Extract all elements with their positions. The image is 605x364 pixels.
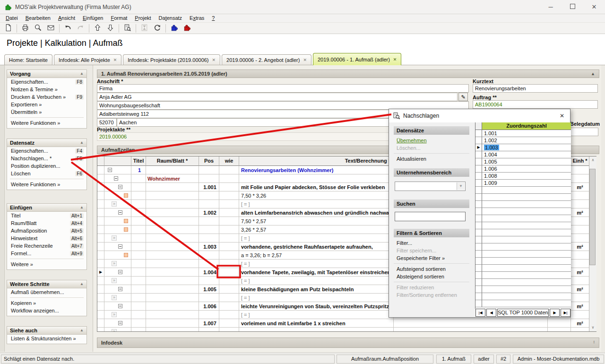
sidebar-item-freie-rechenzeile[interactable]: Freie RechenzeileAlt+7 [7, 242, 86, 250]
menu-bearbeiten[interactable]: Bearbeiten [22, 14, 54, 22]
scroll-up-icon[interactable]: ∧ [589, 156, 596, 164]
tree-collapse-icon[interactable] [118, 210, 122, 215]
unternehmensbereich-select[interactable]: ▼ [395, 182, 466, 191]
grid-row-line19[interactable]: » [97, 328, 596, 332]
sidebar-item-position-duplizieren[interactable]: Position duplizieren... [7, 162, 86, 170]
menu-ansicht[interactable]: Ansicht [54, 14, 79, 22]
sidebar-item-kopieren[interactable]: Kopieren » [7, 299, 86, 307]
toolbar-puzzle-blue-button[interactable] [168, 23, 180, 34]
sidebar-item-notizen-termine[interactable]: Notizen & Termine » [7, 86, 86, 93]
lookup-row-1-009[interactable]: 1.009 [475, 180, 571, 187]
toolbar-new-document-button[interactable] [2, 23, 14, 34]
sidebar-item-aufmass-uebernehmen[interactable]: Aufmaß übernehmen... [7, 288, 86, 296]
lookup-row-1-003[interactable]: ▶1.003 [475, 144, 571, 151]
minimize-button[interactable]: ─ [540, 0, 562, 14]
panel-header-vorgang[interactable]: Vorgang▲ [7, 70, 86, 78]
tab-close-icon[interactable]: ✕ [303, 58, 307, 62]
zuordnungszahl-column-header[interactable]: Zuordnungszahl [482, 122, 571, 130]
detail-header-bar[interactable]: 1. Aufmaß Renovierungsarbeiten 21.05.201… [97, 69, 599, 78]
menu-einfuegen[interactable]: Einfügen [79, 14, 107, 22]
lookup-row-1-006[interactable]: 1.006 [475, 165, 571, 173]
grid-column-header-titel[interactable]: Titel [131, 156, 146, 166]
grid-column-header-wie[interactable]: wie [219, 156, 239, 166]
panel-header-datensatz[interactable]: Datensatz▲ [7, 139, 86, 147]
menu-format[interactable]: Format [107, 14, 131, 22]
plz-field[interactable]: 52070 [97, 118, 117, 127]
grid-column-header-raum-blatt[interactable]: Raum/Blatt * [146, 156, 199, 166]
scrollbar-thumb[interactable] [589, 169, 596, 265]
menu-hilfe[interactable]: ? [208, 14, 218, 22]
sidebar-item-formel[interactable]: Formel...Alt+9 [7, 250, 86, 257]
sidebar-item-weitere-funktionen[interactable]: Weitere Funktionen » [7, 119, 86, 127]
previous-record-button[interactable]: ◀ [486, 309, 496, 317]
menu-datei[interactable]: Datei [2, 14, 22, 22]
tab-close-icon[interactable]: ✕ [393, 57, 397, 62]
sidebar-item-exportieren[interactable]: Exportieren » [7, 101, 86, 108]
sidebar-splitter[interactable] [0, 65, 5, 352]
last-record-button[interactable]: ▶| [561, 309, 570, 317]
tree-collapse-icon[interactable] [118, 185, 122, 189]
lookup-row-1-001[interactable]: 1.001 [475, 130, 571, 137]
toolbar-printer-button[interactable] [19, 23, 31, 34]
tree-collapse-icon[interactable] [114, 176, 118, 181]
sidebar-item-weitere-funktionen[interactable]: Weitere Funktionen » [7, 181, 86, 188]
tab-close-icon[interactable]: ✕ [212, 58, 216, 62]
tab-infodesk-projektakte-2019-00006[interactable]: Infodesk: Projektakte (2019.00006)✕ [123, 54, 220, 65]
panel-header-weitere-schritte[interactable]: Weitere Schritte▲ [7, 280, 86, 288]
tab-infodesk-alle-projekte[interactable]: Infodesk: Alle Projekte✕ [54, 54, 121, 65]
sidebar-item-nachschlagen[interactable]: Nachschlagen... *F5 [7, 155, 86, 162]
menu-extras[interactable]: Extras [186, 14, 208, 22]
sidebar-item-eigenschaften[interactable]: Eigenschaften...F8 [7, 78, 86, 86]
next-record-button[interactable]: ▶ [550, 309, 560, 317]
kurztext-field[interactable]: Renovierungsarbeiten [473, 84, 598, 93]
menu-projekt[interactable]: Projekt [131, 14, 155, 22]
menu-datensatz[interactable]: Datensatz [155, 14, 186, 22]
sidebar-item-weitere[interactable]: Weitere » [7, 260, 86, 268]
grid-row-1.007[interactable]: 1.007vorleimen und mit Leimfarbe 1 x str… [97, 319, 596, 328]
toolbar-refresh-button[interactable] [151, 23, 163, 34]
popup-action-uebernehmen[interactable]: Übernehmen [394, 137, 473, 144]
close-window-button[interactable]: ✕ [583, 0, 605, 14]
infodesk-bar[interactable]: Infodesk ↕ [97, 338, 599, 348]
panel-header-einfuegen[interactable]: Einfügen▲ [7, 204, 86, 212]
toolbar-print-preview-button[interactable] [32, 23, 44, 34]
lookup-row-1-002[interactable]: 1.002 [475, 137, 571, 144]
lookup-row-1-005[interactable]: 1.005 [475, 158, 571, 165]
scroll-down-icon[interactable]: ∨ [589, 324, 596, 331]
sidebar-item-raum-blatt[interactable]: Raum/BlattAlt+4 [7, 219, 86, 227]
expand-vertical-icon[interactable]: ↕ [593, 339, 596, 344]
sidebar-item-hinweistext[interactable]: HinweistextAlt+6 [7, 234, 86, 242]
sidebar-item-aufmassposition[interactable]: AufmaßpositionAlt+5 [7, 227, 86, 234]
anschrift-line2-field[interactable]: Anja Adler AG [97, 93, 458, 101]
popup-action-aktualisieren[interactable]: Aktualisieren [394, 155, 473, 163]
anschrift-line1-field[interactable]: Firma [97, 84, 469, 93]
popup-filter-gespeicherte-filter[interactable]: Gespeicherte Filter » [394, 254, 473, 262]
popup-filter-aufsteigend-sortieren[interactable]: Aufsteigend sortieren [394, 265, 473, 273]
popup-filter-absteigend-sortieren[interactable]: Absteigend sortieren [394, 273, 473, 280]
first-record-button[interactable]: |◀ [475, 309, 485, 317]
tree-collapse-icon[interactable] [118, 321, 122, 325]
tab-2019-00006-1-aufmass-adler[interactable]: 2019.00006 - 1. Aufmaß (adler)✕ [313, 53, 401, 65]
grid-column-header-einh[interactable]: Einh * [571, 156, 589, 166]
grid-column-header-text-berechnung[interactable]: Text/Berechnung * [239, 156, 394, 166]
sidebar-item-eigenschaften[interactable]: Eigenschaften...F4 [7, 147, 86, 155]
tree-collapse-icon[interactable] [108, 168, 112, 172]
toolbar-move-up-button[interactable] [92, 23, 104, 34]
panel-header-siehe-auch[interactable]: Siehe auch▲ [7, 327, 86, 335]
sidebar-item-drucken-verbuchen[interactable]: Drucken & Verbuchen »F9 [7, 93, 86, 101]
sidebar-item-uebermitteln[interactable]: Übermitteln » [7, 108, 86, 116]
popup-filter-filter[interactable]: Filter... [394, 239, 473, 247]
sidebar-item-workflow-anzeigen[interactable]: Workflow anzeigen... [7, 307, 86, 314]
grid-column-header-pos[interactable]: Pos [199, 156, 219, 166]
collapse-up-icon[interactable]: ▲ [591, 71, 595, 76]
lookup-row-1-008[interactable]: 1.008 [475, 173, 571, 180]
tab-home-startseite[interactable]: Home: Startseite [4, 54, 52, 65]
belegdatum-field[interactable] [570, 128, 598, 136]
toolbar-email-button[interactable] [45, 23, 57, 34]
tree-collapse-icon[interactable] [118, 287, 122, 291]
toolbar-puzzle-red-button[interactable] [181, 23, 193, 34]
auftrag-link[interactable]: AB1900064 [473, 100, 598, 109]
tree-collapse-icon[interactable] [118, 304, 122, 308]
toolbar-report-preview-button[interactable] [121, 23, 133, 34]
toolbar-move-down-button[interactable] [104, 23, 116, 34]
